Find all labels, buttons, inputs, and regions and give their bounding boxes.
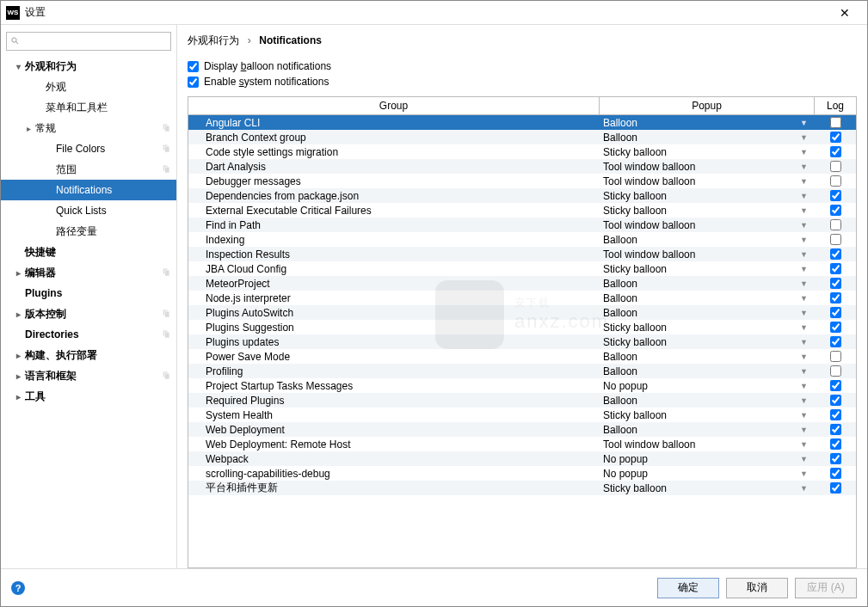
log-checkbox[interactable]: [830, 263, 841, 274]
cell-popup[interactable]: Balloon▼: [600, 117, 815, 129]
table-row[interactable]: Inspection ResultsTool window balloon▼: [188, 247, 856, 261]
table-row[interactable]: IndexingBalloon▼: [188, 232, 856, 247]
sidebar-item-menus-toolbars[interactable]: 菜单和工具栏: [1, 97, 176, 118]
log-checkbox[interactable]: [830, 365, 841, 377]
table-row[interactable]: Dart AnalysisTool window balloon▼: [188, 159, 856, 174]
th-group[interactable]: Group: [188, 97, 600, 114]
sidebar-item-vcs[interactable]: 版本控制: [1, 304, 176, 324]
cell-popup[interactable]: Balloon▼: [600, 424, 815, 436]
sidebar-item-general[interactable]: ▸常规: [1, 118, 176, 138]
cell-log[interactable]: [815, 248, 856, 260]
log-checkbox[interactable]: [830, 351, 841, 362]
table-row[interactable]: System HealthSticky balloon▼: [188, 408, 856, 422]
log-checkbox[interactable]: [830, 468, 841, 479]
display-balloon-input[interactable]: [188, 61, 199, 72]
sidebar-item-scopes[interactable]: 范围: [1, 159, 176, 180]
table-row[interactable]: MeteorProjectBalloon▼: [188, 276, 856, 291]
log-checkbox[interactable]: [830, 292, 841, 304]
log-checkbox[interactable]: [830, 117, 841, 128]
help-icon[interactable]: ?: [11, 581, 25, 595]
cell-popup[interactable]: Tool window balloon▼: [600, 161, 815, 173]
table-row[interactable]: Plugins SuggestionSticky balloon▼: [188, 320, 856, 334]
enable-system-input[interactable]: [188, 77, 199, 88]
cell-log[interactable]: [815, 146, 856, 157]
sidebar-item-appearance-behavior[interactable]: 外观和行为: [1, 56, 176, 77]
cell-popup[interactable]: No popup▼: [600, 453, 815, 465]
cell-log[interactable]: [815, 263, 856, 274]
cell-popup[interactable]: Tool window balloon▼: [600, 175, 815, 187]
cell-log[interactable]: [815, 190, 856, 201]
cell-popup[interactable]: No popup▼: [600, 380, 815, 392]
table-row[interactable]: Plugins updatesSticky balloon▼: [188, 334, 856, 349]
log-checkbox[interactable]: [830, 438, 841, 450]
sidebar-item-plugins[interactable]: Plugins: [1, 283, 176, 304]
sidebar-item-build-exec-deploy[interactable]: 构建、执行部署: [1, 345, 176, 365]
table-row[interactable]: Project Startup Tasks MessagesNo popup▼: [188, 378, 856, 393]
sidebar-item-path-vars[interactable]: 路径变量: [1, 221, 176, 242]
table-row[interactable]: Web DeploymentBalloon▼: [188, 422, 856, 437]
table-row[interactable]: Web Deployment: Remote HostTool window b…: [188, 437, 856, 451]
table-body[interactable]: Angular CLIBalloon▼Branch Context groupB…: [188, 115, 856, 567]
table-row[interactable]: Node.js interpreterBalloon▼: [188, 291, 856, 305]
cell-popup[interactable]: Sticky balloon▼: [600, 190, 815, 202]
th-log[interactable]: Log: [815, 97, 856, 114]
log-checkbox[interactable]: [830, 161, 841, 172]
cell-log[interactable]: [815, 117, 856, 128]
cell-log[interactable]: [815, 351, 856, 362]
sidebar-item-tools[interactable]: 工具: [1, 386, 176, 407]
settings-tree[interactable]: 外观和行为外观菜单和工具栏▸常规File Colors范围Notificatio…: [1, 56, 176, 568]
log-checkbox[interactable]: [830, 175, 841, 187]
cell-popup[interactable]: Tool window balloon▼: [600, 219, 815, 231]
table-row[interactable]: scrolling-capabilities-debugNo popup▼: [188, 466, 856, 481]
log-checkbox[interactable]: [830, 132, 841, 143]
table-row[interactable]: Branch Context groupBalloon▼: [188, 130, 856, 144]
cell-log[interactable]: [815, 234, 856, 245]
cell-log[interactable]: [815, 482, 856, 494]
cell-log[interactable]: [815, 132, 856, 143]
log-checkbox[interactable]: [830, 336, 841, 347]
sidebar-item-notifications[interactable]: Notifications: [1, 180, 176, 200]
log-checkbox[interactable]: [830, 395, 841, 406]
sidebar-item-directories[interactable]: Directories: [1, 324, 176, 345]
table-row[interactable]: ProfilingBalloon▼: [188, 364, 856, 378]
enable-system-checkbox[interactable]: Enable system notifications: [188, 76, 857, 88]
log-checkbox[interactable]: [830, 219, 841, 230]
display-balloon-checkbox[interactable]: Display balloon notifications: [188, 60, 857, 72]
search-box[interactable]: [6, 32, 171, 51]
table-row[interactable]: Find in PathTool window balloon▼: [188, 218, 856, 232]
log-checkbox[interactable]: [830, 409, 841, 420]
cell-popup[interactable]: Tool window balloon▼: [600, 248, 815, 261]
th-popup[interactable]: Popup: [600, 97, 815, 114]
cell-popup[interactable]: No popup▼: [600, 468, 815, 480]
cell-popup[interactable]: Sticky balloon▼: [600, 263, 815, 275]
log-checkbox[interactable]: [830, 453, 841, 464]
log-checkbox[interactable]: [830, 248, 841, 260]
close-icon[interactable]: ✕: [828, 6, 862, 20]
cell-popup[interactable]: Balloon▼: [600, 132, 815, 144]
cell-log[interactable]: [815, 336, 856, 347]
table-row[interactable]: External Executable Critical FailuresSti…: [188, 203, 856, 218]
cell-log[interactable]: [815, 219, 856, 230]
cell-log[interactable]: [815, 322, 856, 333]
table-row[interactable]: Code style settings migrationSticky ball…: [188, 144, 856, 159]
cell-popup[interactable]: Balloon▼: [600, 395, 815, 407]
breadcrumb-parent[interactable]: 外观和行为: [188, 34, 239, 46]
cell-log[interactable]: [815, 278, 856, 289]
table-row[interactable]: Required PluginsBalloon▼: [188, 393, 856, 408]
cell-log[interactable]: [815, 205, 856, 216]
cell-popup[interactable]: Sticky balloon▼: [600, 205, 815, 217]
cell-log[interactable]: [815, 409, 856, 420]
ok-button[interactable]: 确定: [657, 578, 719, 598]
table-row[interactable]: Debugger messagesTool window balloon▼: [188, 174, 856, 188]
log-checkbox[interactable]: [830, 322, 841, 333]
apply-button[interactable]: 应用 (A): [795, 578, 857, 598]
log-checkbox[interactable]: [830, 278, 841, 289]
sidebar-item-file-colors[interactable]: File Colors: [1, 138, 176, 159]
sidebar-item-appearance[interactable]: 外观: [1, 77, 176, 97]
table-row[interactable]: Dependencies from package.jsonSticky bal…: [188, 188, 856, 203]
cell-popup[interactable]: Sticky balloon▼: [600, 336, 815, 348]
cell-log[interactable]: [815, 175, 856, 187]
cell-popup[interactable]: Balloon▼: [600, 278, 815, 290]
log-checkbox[interactable]: [830, 424, 841, 435]
cell-popup[interactable]: Sticky balloon▼: [600, 322, 815, 334]
